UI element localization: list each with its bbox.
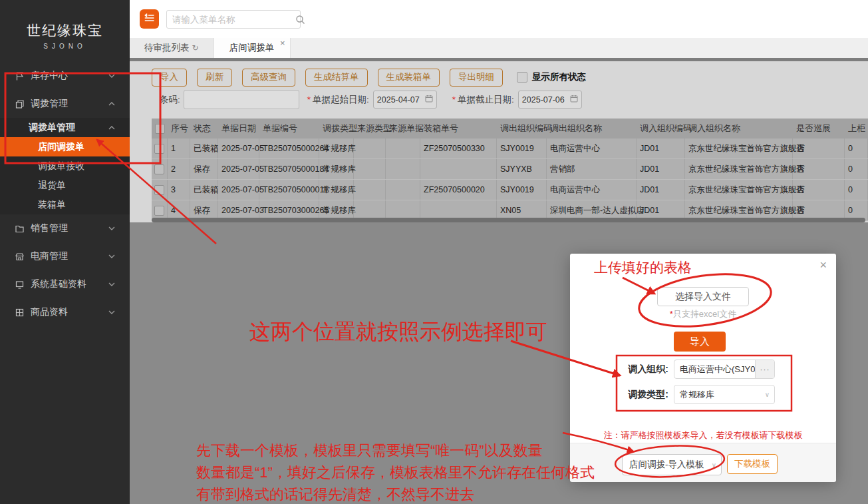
documents-icon	[15, 99, 25, 109]
table-cell	[354, 159, 386, 179]
sidebar-item-label: 电商管理	[31, 250, 68, 262]
sidebar-item-store-transfer-order[interactable]: 店间调拨单	[0, 137, 130, 156]
sidebar-item-label: 退货单	[38, 180, 66, 192]
chevron-up-icon	[108, 126, 115, 130]
table-cell: 已装箱	[190, 138, 218, 158]
menu-search-box	[166, 10, 301, 29]
sidebar-item-transfer-management[interactable]: 调拨管理	[0, 90, 130, 118]
transfer-order-table: 序号状态单据日期单据编号调拨类型来源类型来源单据装箱单号调出组织编码调出组织名称…	[152, 119, 868, 221]
table-cell	[354, 138, 386, 158]
refresh-button[interactable]: 刷新	[197, 69, 232, 87]
menu-fold-button[interactable]	[140, 9, 159, 29]
template-select[interactable]: 店间调拨-导入模板 ∨	[622, 454, 722, 475]
column-header[interactable]: 来源单据	[386, 119, 420, 138]
column-header[interactable]: 状态	[190, 119, 218, 138]
generate-packing-button[interactable]: 生成装箱单	[378, 69, 440, 87]
table-cell: 0	[845, 138, 868, 158]
filter-row: 条码: * 单据起始日期: 2025-04-07 * 单据截止日期: 2025-…	[152, 91, 868, 109]
close-tab-icon[interactable]: ×	[280, 39, 285, 47]
sidebar-item-packing-order[interactable]: 装箱单	[0, 195, 130, 214]
column-header[interactable]: 是否巡展	[793, 119, 845, 138]
column-header[interactable]: 来源类型	[354, 119, 386, 138]
download-template-button[interactable]: 下载模板	[727, 454, 778, 474]
menu-fold-icon	[144, 13, 155, 25]
barcode-input[interactable]	[184, 90, 299, 109]
row-checkbox[interactable]	[154, 164, 164, 174]
table-row[interactable]: 1已装箱2025-07-05TB250705000264常规移库ZF250705…	[152, 138, 868, 159]
choose-import-file-button[interactable]: 选择导入文件	[657, 287, 749, 306]
sidebar-item-label: 调拨单接收	[38, 160, 84, 172]
table-cell: 营销部	[547, 159, 637, 179]
column-header[interactable]: 上柜	[845, 119, 868, 138]
barcode-label: 条码:	[160, 94, 180, 106]
transfer-type-select[interactable]: 常规移库 ∨	[674, 385, 775, 404]
sidebar-item-ecommerce-management[interactable]: 电商管理	[0, 242, 130, 270]
more-icon[interactable]: ···	[755, 360, 774, 378]
row-checkbox[interactable]	[154, 185, 164, 195]
horizontal-scrollbar[interactable]	[152, 218, 865, 222]
column-header[interactable]: 调入组织编码	[637, 119, 685, 138]
table-cell	[386, 138, 420, 158]
column-header[interactable]: 调出组织名称	[547, 119, 637, 138]
table-cell	[354, 180, 386, 200]
required-mark: *	[452, 95, 456, 105]
tab-label: 待审批列表	[144, 42, 190, 54]
table-row[interactable]: 3已装箱2025-07-05TB250705000011常规移库ZF250705…	[152, 180, 868, 200]
generate-settlement-button[interactable]: 生成结算单	[305, 69, 368, 87]
monitor-icon	[15, 280, 25, 290]
sidebar-item-system-basic-data[interactable]: 系统基础资料	[0, 270, 130, 298]
file-hint: *只支持excel文件	[570, 308, 836, 320]
table-cell	[420, 159, 497, 179]
advanced-query-button[interactable]: 高级查询	[242, 69, 295, 87]
dialog-close-icon[interactable]: ×	[819, 259, 827, 271]
dialog-import-button[interactable]: 导入	[674, 332, 726, 352]
sidebar-item-sales-management[interactable]: 销售管理	[0, 214, 130, 242]
sidebar-nav: 库存中心 调拨管理 调拨单管理 店间调拨单 调拨单接收 退货单	[0, 62, 130, 326]
sidebar-item-inventory-center[interactable]: 库存中心	[0, 62, 130, 90]
show-all-status-checkbox[interactable]	[517, 72, 527, 83]
select-all-checkbox[interactable]	[155, 124, 165, 134]
export-detail-button[interactable]: 导出明细	[450, 69, 503, 87]
start-date-picker[interactable]: 2025-04-07	[373, 91, 437, 109]
row-checkbox[interactable]	[154, 206, 164, 216]
menu-search-input[interactable]	[167, 15, 295, 25]
tab-label: 店间调拨单	[229, 42, 275, 54]
column-header[interactable]: 装箱单号	[420, 119, 497, 138]
transfer-type-value: 常规移库	[674, 389, 765, 401]
table-cell: 2	[168, 159, 190, 179]
table-cell: 常规移库	[319, 138, 354, 158]
import-button[interactable]: 导入	[152, 69, 187, 87]
shop-icon	[15, 252, 25, 262]
chevron-up-icon	[108, 102, 115, 106]
tab-pending-approval-list[interactable]: 待审批列表 ↻	[130, 38, 214, 58]
column-header[interactable]: 调入组织名称	[685, 119, 793, 138]
sidebar-item-label: 商品资料	[31, 306, 68, 318]
sidebar-item-return-order[interactable]: 退货单	[0, 176, 130, 195]
column-header[interactable]: 调出组织编码	[497, 119, 547, 138]
end-date-picker[interactable]: 2025-07-06	[518, 91, 582, 109]
column-header[interactable]: 单据编号	[259, 119, 319, 138]
column-header[interactable]: 单据日期	[218, 119, 259, 138]
sidebar-item-product-data[interactable]: 商品资料	[0, 298, 130, 326]
app-root: 世纪缘珠宝 SJONO 库存中心 调拨管理 调拨单管理	[0, 0, 868, 504]
refresh-icon[interactable]: ↻	[192, 43, 199, 53]
column-header[interactable]: 序号	[168, 119, 190, 138]
search-icon[interactable]	[295, 15, 305, 25]
table-cell: ZF25070500330	[420, 138, 497, 158]
end-date-value: 2025-07-06	[522, 95, 565, 105]
column-header[interactable]: 调拨类型	[319, 119, 354, 138]
tab-store-transfer-order[interactable]: 店间调拨单 ×	[214, 38, 291, 58]
table-cell: 否	[793, 159, 845, 179]
topbar	[130, 0, 868, 38]
sidebar-item-transfer-order-receive[interactable]: 调拨单接收	[0, 156, 130, 176]
table-row[interactable]: 2保存2025-07-05TB250705000184常规移库SJYYXB营销部…	[152, 159, 868, 180]
flag-icon	[15, 71, 25, 81]
required-mark: *	[307, 95, 311, 105]
row-checkbox[interactable]	[154, 144, 164, 154]
target-org-picker[interactable]: 电商运营中心(SJY001 ···	[674, 360, 775, 379]
calendar-icon	[570, 95, 578, 105]
sidebar-item-transfer-order-management[interactable]: 调拨单管理	[0, 118, 130, 137]
table-cell: TB250705000011	[259, 180, 319, 200]
table-cell: 常规移库	[319, 159, 354, 179]
target-org-row: 调入组织: 电商运营中心(SJY001 ···	[617, 360, 775, 378]
